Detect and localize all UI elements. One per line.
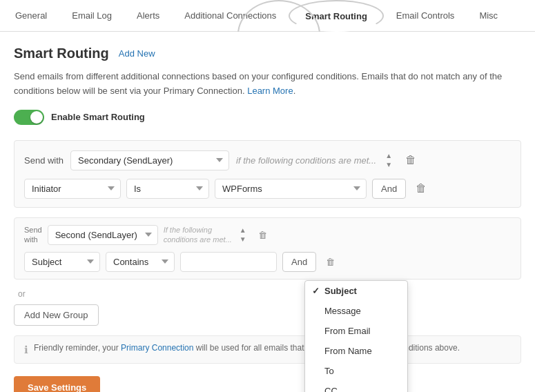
delete-condition-2[interactable]: 🗑 — [322, 254, 339, 270]
send-with-row-1: Send with Secondary (SendLayer) if the f… — [24, 150, 511, 170]
field-dropdown-menu: Subject Message From Email From Name To … — [304, 280, 408, 392]
arrow-down-2[interactable]: ▼ — [237, 235, 249, 244]
condition-field-2[interactable]: Subject — [24, 252, 100, 272]
dropdown-item-to[interactable]: To — [305, 361, 407, 381]
toggle-label: Enable Smart Routing — [51, 112, 145, 122]
main-content: Smart Routing Add New Send emails from d… — [0, 32, 535, 392]
condition-value-input-2[interactable] — [180, 252, 277, 272]
tab-misc[interactable]: Misc — [467, 1, 510, 31]
save-settings-button[interactable]: Save Settings — [14, 376, 100, 392]
arrow-up-2[interactable]: ▲ — [237, 226, 249, 235]
arrow-down-1[interactable]: ▼ — [383, 161, 394, 169]
add-new-link[interactable]: Add New — [119, 48, 155, 59]
learn-more-link[interactable]: Learn More — [247, 86, 293, 96]
conditions-label-2: If the followingconditions are met... — [164, 225, 232, 245]
send-with-label-1: Send with — [24, 155, 64, 166]
conditions-label-1: if the following conditions are met... — [236, 155, 376, 166]
toggle-row: Enable Smart Routing — [14, 110, 521, 125]
condition-value-1[interactable]: WPForms — [215, 179, 367, 199]
add-new-group-button[interactable]: Add New Group — [14, 304, 99, 326]
condition-row-2: Subject Contains And 🗑 — [24, 252, 511, 272]
condition-operator-2[interactable]: Contains — [106, 252, 175, 272]
delete-rule-2[interactable]: 🗑 — [254, 227, 271, 243]
rule-1: Send with Secondary (SendLayer) if the f… — [14, 140, 521, 208]
tab-email-log[interactable]: Email Log — [59, 1, 124, 31]
condition-row-1: Initiator Is WPForms And 🗑 — [24, 179, 511, 199]
dropdown-item-from-name[interactable]: From Name — [305, 341, 407, 361]
primary-connection-link-1[interactable]: Primary Connection — [121, 343, 193, 353]
condition-field-1[interactable]: Initiator — [24, 179, 121, 199]
or-label: or — [18, 289, 521, 299]
condition-operator-1[interactable]: Is — [126, 179, 209, 199]
tab-additional-connections[interactable]: Additional Connections — [172, 1, 289, 31]
delete-rule-1[interactable]: 🗑 — [401, 151, 420, 169]
and-button-1[interactable]: And — [372, 179, 406, 199]
page-title: Smart Routing — [14, 46, 109, 61]
info-icon-1: ℹ — [24, 344, 28, 356]
send-with-select-2[interactable]: Second (SendLayer) — [48, 225, 158, 245]
description: Send emails from different additional co… — [14, 70, 521, 99]
enable-smart-routing-toggle[interactable] — [14, 110, 44, 125]
delete-condition-1[interactable]: 🗑 — [411, 179, 431, 197]
nav-tabs: General Email Log Alerts Additional Conn… — [0, 0, 535, 32]
send-with-row-2: Sendwith Second (SendLayer) If the follo… — [24, 225, 511, 245]
dropdown-item-subject[interactable]: Subject — [305, 281, 407, 301]
tab-general[interactable]: General — [3, 1, 59, 31]
info-bar-1: ℹ Friendly reminder, your Primary Connec… — [14, 335, 521, 364]
sort-arrows-1: ▲ ▼ — [383, 152, 394, 169]
dropdown-item-from-email[interactable]: From Email — [305, 321, 407, 341]
tab-email-controls[interactable]: Email Controls — [384, 1, 467, 31]
page-heading: Smart Routing Add New — [14, 46, 521, 61]
dropdown-item-message[interactable]: Message — [305, 301, 407, 321]
send-with-select-1[interactable]: Secondary (SendLayer) — [70, 150, 229, 170]
tab-smart-routing[interactable]: Smart Routing — [289, 0, 384, 32]
sort-arrows-2: ▲ ▼ — [237, 226, 249, 244]
tab-alerts[interactable]: Alerts — [124, 1, 172, 31]
rule-2: Sendwith Second (SendLayer) If the follo… — [14, 217, 521, 280]
dropdown-item-cc[interactable]: CC — [305, 381, 407, 392]
and-button-2[interactable]: And — [282, 252, 316, 272]
arrow-up-1[interactable]: ▲ — [383, 152, 394, 160]
send-with-label-2: Sendwith — [24, 225, 42, 245]
